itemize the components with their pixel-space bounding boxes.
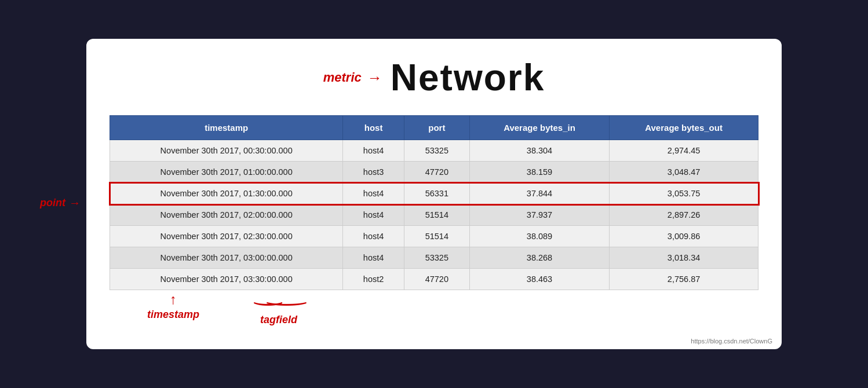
cell-row4-col2: 51514 bbox=[404, 226, 469, 247]
cell-row0-col0: November 30th 2017, 00:30:00.000 bbox=[110, 140, 343, 162]
cell-row1-col3: 38.159 bbox=[469, 162, 609, 183]
table-row: November 30th 2017, 01:00:00.000host3477… bbox=[110, 162, 758, 183]
cell-row2-col4: 3,053.75 bbox=[610, 183, 758, 204]
cell-row3-col0: November 30th 2017, 02:00:00.000 bbox=[110, 204, 343, 226]
cell-row6-col2: 47720 bbox=[404, 269, 469, 290]
cell-row5-col2: 53325 bbox=[404, 247, 469, 269]
page-title: Network bbox=[391, 56, 545, 99]
point-label: point bbox=[40, 197, 65, 209]
field-annotation-group: ⌣ field bbox=[276, 292, 297, 325]
cell-row4-col1: host4 bbox=[343, 226, 404, 247]
col-timestamp: timestamp bbox=[110, 116, 343, 140]
cell-row4-col0: November 30th 2017, 02:30:00.000 bbox=[110, 226, 343, 247]
cell-row2-col0: November 30th 2017, 01:30:00.000 bbox=[110, 183, 343, 204]
cell-row1-col0: November 30th 2017, 01:00:00.000 bbox=[110, 162, 343, 183]
col-port: port bbox=[404, 116, 469, 140]
table-row: November 30th 2017, 02:30:00.000host4515… bbox=[110, 226, 758, 247]
tag-annotation-label: tag bbox=[260, 314, 276, 326]
cell-row5-col1: host4 bbox=[343, 247, 404, 269]
field-annotation-label: field bbox=[276, 314, 297, 326]
col-avg-bytes-out: Average bytes_out bbox=[610, 116, 758, 140]
cell-row2-col1: host4 bbox=[343, 183, 404, 204]
bottom-annotations: ↑ timestamp ⌣ tag ⌣ field bbox=[110, 292, 758, 325]
cell-row0-col2: 53325 bbox=[404, 140, 469, 162]
cell-row3-col2: 51514 bbox=[404, 204, 469, 226]
cell-row1-col4: 3,048.47 bbox=[610, 162, 758, 183]
field-brace-icon: ⌣ bbox=[262, 292, 311, 311]
cell-row4-col4: 3,009.86 bbox=[610, 226, 758, 247]
cell-row1-col2: 47720 bbox=[404, 162, 469, 183]
cell-row6-col4: 2,756.87 bbox=[610, 269, 758, 290]
timestamp-arrow-icon: ↑ bbox=[170, 292, 177, 306]
cell-row6-col0: November 30th 2017, 03:30:00.000 bbox=[110, 269, 343, 290]
cell-row2-col3: 37.844 bbox=[469, 183, 609, 204]
cell-row3-col1: host4 bbox=[343, 204, 404, 226]
cell-row1-col1: host3 bbox=[343, 162, 404, 183]
col-host: host bbox=[343, 116, 404, 140]
table-row: November 30th 2017, 03:30:00.000host2477… bbox=[110, 269, 758, 290]
cell-row4-col3: 38.089 bbox=[469, 226, 609, 247]
watermark: https://blog.csdn.net/ClownG bbox=[691, 338, 772, 345]
cell-row0-col4: 2,974.45 bbox=[610, 140, 758, 162]
cell-row0-col1: host4 bbox=[343, 140, 404, 162]
table-header-row: timestamp host port Average bytes_in Ave… bbox=[110, 116, 758, 140]
table-row: November 30th 2017, 02:00:00.000host4515… bbox=[110, 204, 758, 226]
main-card: metric → Network point → timestamp host … bbox=[86, 39, 782, 349]
col-avg-bytes-in: Average bytes_in bbox=[469, 116, 609, 140]
timestamp-annotation-group: ↑ timestamp bbox=[110, 292, 237, 321]
point-annotation: point → bbox=[40, 196, 81, 210]
cell-row6-col1: host2 bbox=[343, 269, 404, 290]
table-row: November 30th 2017, 01:30:00.000host4563… bbox=[110, 183, 758, 204]
cell-row3-col3: 37.937 bbox=[469, 204, 609, 226]
header: metric → Network bbox=[110, 56, 758, 99]
cell-row0-col3: 38.304 bbox=[469, 140, 609, 162]
cell-row5-col0: November 30th 2017, 03:00:00.000 bbox=[110, 247, 343, 269]
cell-row5-col3: 38.268 bbox=[469, 247, 609, 269]
cell-row5-col4: 3,018.34 bbox=[610, 247, 758, 269]
point-arrow-icon: → bbox=[69, 196, 81, 210]
metric-arrow-icon: → bbox=[367, 70, 382, 85]
cell-row6-col3: 38.463 bbox=[469, 269, 609, 290]
table-container: point → timestamp host port Average byte… bbox=[110, 115, 758, 290]
timestamp-annotation-label: timestamp bbox=[147, 309, 199, 321]
table-row: November 30th 2017, 00:30:00.000host4533… bbox=[110, 140, 758, 162]
table-wrapper: timestamp host port Average bytes_in Ave… bbox=[110, 115, 758, 290]
cell-row3-col4: 2,897.26 bbox=[610, 204, 758, 226]
metric-label: metric bbox=[323, 70, 362, 85]
cell-row2-col2: 56331 bbox=[404, 183, 469, 204]
data-table: timestamp host port Average bytes_in Ave… bbox=[110, 115, 758, 290]
table-row: November 30th 2017, 03:00:00.000host4533… bbox=[110, 247, 758, 269]
